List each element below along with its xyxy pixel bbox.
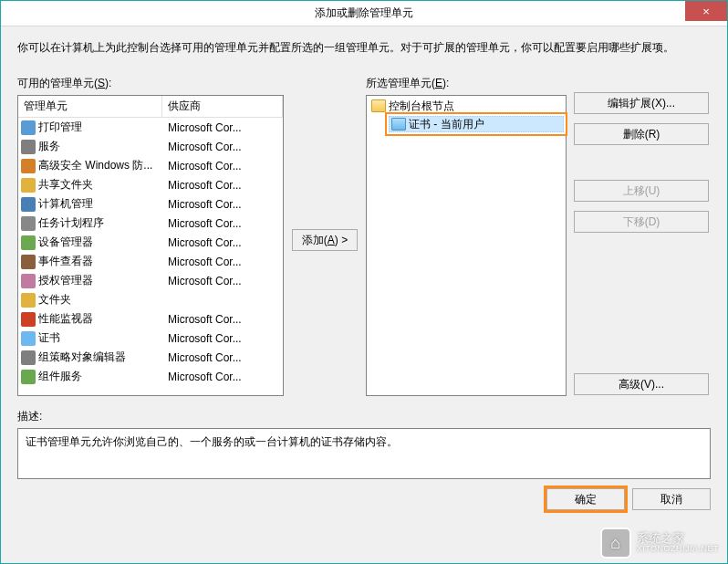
list-item-vendor: Microsoft Cor... xyxy=(162,332,283,345)
gear-icon xyxy=(21,140,36,154)
list-item-name: 性能监视器 xyxy=(38,311,162,327)
list-item-name: 高级安全 Windows 防... xyxy=(38,158,162,173)
list-item[interactable]: 高级安全 Windows 防...Microsoft Cor... xyxy=(18,156,283,175)
available-snapins-panel: 可用的管理单元(S): 管理单元 供应商 打印管理Microsoft Cor..… xyxy=(17,76,284,396)
list-item[interactable]: 授权管理器Microsoft Cor... xyxy=(18,271,283,290)
list-header[interactable]: 管理单元 供应商 xyxy=(18,96,283,118)
gpo-icon xyxy=(21,350,36,365)
folder-icon xyxy=(371,99,386,112)
list-item[interactable]: 设备管理器Microsoft Cor... xyxy=(18,233,283,252)
list-item-vendor: Microsoft Cor... xyxy=(162,351,283,364)
list-item-name: 服务 xyxy=(38,139,162,154)
list-item-vendor: Microsoft Cor... xyxy=(162,121,283,134)
middle-column: 添加(A) > xyxy=(291,76,359,251)
list-item[interactable]: 事件查看器Microsoft Cor... xyxy=(18,252,283,271)
cert-icon xyxy=(21,331,36,346)
list-item-name: 任务计划程序 xyxy=(38,215,162,231)
move-down-button[interactable]: 下移(D) xyxy=(574,211,709,233)
list-item-name: 计算机管理 xyxy=(38,196,162,212)
printer-icon xyxy=(21,120,36,135)
list-item[interactable]: 服务Microsoft Cor... xyxy=(18,137,283,156)
list-item-name: 打印管理 xyxy=(38,120,162,135)
list-item[interactable]: 打印管理Microsoft Cor... xyxy=(18,118,283,137)
folder-icon xyxy=(21,293,36,308)
list-item[interactable]: 组策略对象编辑器Microsoft Cor... xyxy=(18,348,283,367)
shield-icon xyxy=(21,159,36,173)
tree-child-label: 证书 - 当前用户 xyxy=(409,117,484,132)
list-item-name: 组策略对象编辑器 xyxy=(38,350,162,365)
list-item[interactable]: 共享文件夹Microsoft Cor... xyxy=(18,175,283,194)
ok-button[interactable]: 确定 xyxy=(546,488,625,510)
tree-root-label: 控制台根节点 xyxy=(389,99,454,114)
dialog-content: 你可以在计算机上为此控制台选择可用的管理单元并配置所选的一组管理单元。对于可扩展… xyxy=(1,26,727,563)
close-icon: × xyxy=(702,5,710,18)
dialog-buttons: 确定 取消 xyxy=(17,488,711,510)
list-item[interactable]: 性能监视器Microsoft Cor... xyxy=(18,309,283,329)
list-item-name: 组件服务 xyxy=(38,369,162,384)
selected-label: 所选管理单元(E): xyxy=(366,76,567,91)
description-section: 描述: 证书管理单元允许你浏览自己的、一个服务的或一台计算机的证书存储内容。 xyxy=(17,409,711,479)
available-label: 可用的管理单元(S): xyxy=(17,76,284,91)
remove-button[interactable]: 删除(R) xyxy=(574,123,709,145)
description-label: 描述: xyxy=(17,409,711,424)
list-item[interactable]: 文件夹 xyxy=(18,290,283,309)
list-body[interactable]: 打印管理Microsoft Cor...服务Microsoft Cor...高级… xyxy=(18,118,283,395)
list-item-vendor: Microsoft Cor... xyxy=(162,275,283,287)
list-item-vendor: Microsoft Cor... xyxy=(162,179,283,192)
list-item-vendor: Microsoft Cor... xyxy=(162,217,283,230)
dialog-window: 添加或删除管理单元 × 你可以在计算机上为此控制台选择可用的管理单元并配置所选的… xyxy=(0,0,728,564)
list-item-name: 设备管理器 xyxy=(38,235,162,250)
list-item-name: 证书 xyxy=(38,330,162,346)
selected-tree[interactable]: 控制台根节点 证书 - 当前用户 xyxy=(366,95,567,396)
event-icon xyxy=(21,255,36,269)
selected-snapins-panel: 所选管理单元(E): 控制台根节点 证书 - 当前用户 xyxy=(366,76,567,396)
component-icon xyxy=(21,370,36,384)
description-box: 证书管理单元允许你浏览自己的、一个服务的或一台计算机的证书存储内容。 xyxy=(17,428,711,479)
header-vendor[interactable]: 供应商 xyxy=(162,96,283,117)
edit-extensions-button[interactable]: 编辑扩展(X)... xyxy=(574,92,709,114)
folder-share-icon xyxy=(21,178,36,193)
perf-icon xyxy=(21,312,36,327)
cancel-button[interactable]: 取消 xyxy=(632,488,711,510)
list-item-name: 授权管理器 xyxy=(38,273,162,288)
list-item[interactable]: 证书Microsoft Cor... xyxy=(18,329,283,348)
list-item-name: 事件查看器 xyxy=(38,254,162,269)
tree-child-cert[interactable]: 证书 - 当前用户 xyxy=(389,116,564,132)
list-item-vendor: Microsoft Cor... xyxy=(162,160,283,172)
main-area: 可用的管理单元(S): 管理单元 供应商 打印管理Microsoft Cor..… xyxy=(17,76,711,396)
list-item-vendor: Microsoft Cor... xyxy=(162,198,283,211)
available-snapins-list[interactable]: 管理单元 供应商 打印管理Microsoft Cor...服务Microsoft… xyxy=(17,95,284,396)
clock-icon xyxy=(21,216,36,231)
advanced-button[interactable]: 高级(V)... xyxy=(574,373,709,395)
list-item-vendor: Microsoft Cor... xyxy=(162,256,283,268)
list-item-name: 文件夹 xyxy=(38,292,162,308)
list-item-vendor: Microsoft Cor... xyxy=(162,371,283,383)
tree-root-node[interactable]: 控制台根节点 xyxy=(369,98,564,114)
instruction-text: 你可以在计算机上为此控制台选择可用的管理单元并配置所选的一组管理单元。对于可扩展… xyxy=(17,39,711,56)
move-up-button[interactable]: 上移(U) xyxy=(574,180,709,202)
titlebar: 添加或删除管理单元 × xyxy=(1,1,727,26)
header-snapin[interactable]: 管理单元 xyxy=(18,96,162,117)
list-item[interactable]: 组件服务Microsoft Cor... xyxy=(18,367,283,386)
side-buttons: 编辑扩展(X)... 删除(R) 上移(U) 下移(D) 高级(V)... xyxy=(574,76,709,395)
close-button[interactable]: × xyxy=(685,1,727,21)
list-item-vendor: Microsoft Cor... xyxy=(162,141,283,153)
window-title: 添加或删除管理单元 xyxy=(1,5,727,21)
list-item[interactable]: 任务计划程序Microsoft Cor... xyxy=(18,214,283,233)
add-button[interactable]: 添加(A) > xyxy=(292,229,358,251)
list-item-vendor: Microsoft Cor... xyxy=(162,313,283,326)
auth-icon xyxy=(21,274,36,288)
device-icon xyxy=(21,235,36,250)
list-item-name: 共享文件夹 xyxy=(38,177,162,193)
computer-icon xyxy=(21,197,36,212)
cert-icon xyxy=(391,118,406,131)
list-item-vendor: Microsoft Cor... xyxy=(162,236,283,249)
list-item[interactable]: 计算机管理Microsoft Cor... xyxy=(18,194,283,214)
